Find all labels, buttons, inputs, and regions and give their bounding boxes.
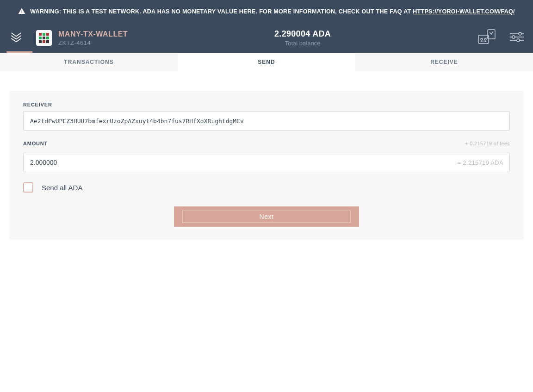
wallet-name: MANY-TX-WALLET [58,30,128,38]
amount-label: AMOUNT [23,141,48,146]
app-logo-icon[interactable] [9,30,23,46]
svg-point-12 [484,38,486,40]
svg-point-17 [512,36,515,38]
balance-label: Total balance [128,40,477,47]
svg-rect-5 [46,37,49,39]
warning-faq-link[interactable]: HTTPS://YOROI-WALLET.COM/FAQ/ [413,8,515,15]
svg-rect-4 [39,37,42,39]
receiver-input[interactable] [23,111,510,131]
svg-rect-6 [43,37,45,39]
svg-point-15 [519,32,521,35]
wallet-avatar [36,30,52,46]
svg-point-19 [517,39,520,42]
paper-wallet-icon[interactable] [477,29,497,47]
logo-active-indicator [6,51,32,53]
amount-total: = 2.215719 ADA [458,159,503,166]
send-all-label: Send all ADA [42,184,82,192]
tab-transactions[interactable]: TRANSACTIONS [0,53,178,71]
next-button[interactable]: Next [174,206,359,227]
tab-send[interactable]: SEND [178,53,355,71]
tab-receive[interactable]: RECEIVE [355,53,533,71]
receiver-label: RECEIVER [23,102,510,107]
svg-rect-9 [43,40,45,43]
warning-icon [18,7,25,16]
svg-point-11 [481,38,483,40]
svg-rect-1 [39,33,42,36]
svg-rect-2 [46,33,49,36]
svg-rect-10 [478,35,489,44]
wallet-id: ZKTZ-4614 [58,39,128,46]
warning-text: WARNING: THIS IS A TEST NETWORK. ADA HAS… [30,8,413,15]
amount-input[interactable] [23,153,510,172]
main-tabs: TRANSACTIONS SEND RECEIVE [0,53,533,71]
svg-rect-8 [46,40,49,43]
fees-hint: + 0.215719 of fees [465,141,510,146]
balance-amount: 2.290004 ADA [128,29,477,39]
svg-rect-3 [43,33,45,36]
warning-banner: WARNING: THIS IS A TEST NETWORK. ADA HAS… [0,0,533,23]
send-form: RECEIVER AMOUNT + 0.215719 of fees = 2.2… [9,91,524,240]
svg-rect-7 [39,40,42,43]
send-all-checkbox[interactable] [23,182,33,193]
settings-icon[interactable] [510,31,524,44]
wallet-header: MANY-TX-WALLET ZKTZ-4614 2.290004 ADA To… [0,23,533,53]
